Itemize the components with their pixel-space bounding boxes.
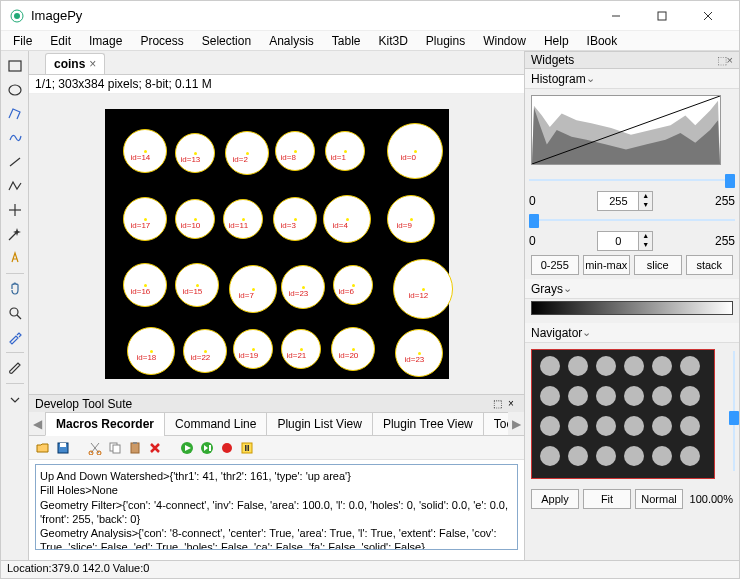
polygon-tool[interactable] bbox=[4, 103, 26, 125]
menu-edit[interactable]: Edit bbox=[42, 32, 79, 50]
coin-label: id=13 bbox=[181, 155, 201, 164]
image-canvas[interactable]: id=14id=13id=2id=8id=1id=0id=17id=10id=1… bbox=[105, 109, 449, 379]
delete-icon[interactable] bbox=[147, 440, 163, 456]
dev-panel-title: Develop Tool Sute bbox=[35, 397, 132, 411]
tab-label: coins bbox=[54, 57, 85, 71]
spin-up-icon[interactable]: ▲ bbox=[639, 232, 652, 241]
coin-label: id=22 bbox=[191, 353, 211, 362]
cut-icon[interactable] bbox=[87, 440, 103, 456]
histogram-header[interactable]: Histogram ⌄ bbox=[525, 69, 739, 89]
dev-tab[interactable]: Plugin Tree View bbox=[372, 412, 484, 436]
slider-min-2: 0 bbox=[529, 234, 536, 248]
hist-button-slice[interactable]: slice bbox=[634, 255, 682, 275]
title-bar: ImagePy bbox=[1, 1, 739, 31]
navigator-label: Navigator bbox=[531, 326, 582, 340]
close-tab-icon[interactable]: × bbox=[89, 57, 96, 71]
step-icon[interactable] bbox=[199, 440, 215, 456]
maximize-button[interactable] bbox=[639, 1, 685, 31]
run-icon[interactable] bbox=[179, 440, 195, 456]
menu-file[interactable]: File bbox=[5, 32, 40, 50]
copy-icon[interactable] bbox=[107, 440, 123, 456]
brush-tool[interactable] bbox=[4, 357, 26, 379]
coin-label: id=16 bbox=[131, 287, 151, 296]
fit-button[interactable]: Fit bbox=[583, 489, 631, 509]
hist-button-0255[interactable]: 0-255 bbox=[531, 255, 579, 275]
zoom-tool[interactable] bbox=[4, 302, 26, 324]
minimize-button[interactable] bbox=[593, 1, 639, 31]
multiline-tool[interactable] bbox=[4, 175, 26, 197]
pin-icon[interactable]: ⬚ bbox=[717, 54, 727, 67]
colormap-header[interactable]: Grays ⌄ bbox=[525, 279, 739, 299]
colormap-bar[interactable] bbox=[531, 301, 733, 315]
expand-tool[interactable] bbox=[4, 388, 26, 410]
menu-kit3d[interactable]: Kit3D bbox=[371, 32, 416, 50]
high-value-input[interactable]: ▲▼ bbox=[597, 191, 653, 211]
nav-zoom-slider[interactable] bbox=[727, 351, 739, 471]
pause-icon[interactable] bbox=[239, 440, 255, 456]
record-icon[interactable] bbox=[219, 440, 235, 456]
rect-select-tool[interactable] bbox=[4, 55, 26, 77]
close-icon[interactable]: × bbox=[727, 54, 733, 66]
dev-tab[interactable]: Plugin List View bbox=[266, 412, 373, 436]
svg-point-12 bbox=[10, 308, 18, 316]
menu-analysis[interactable]: Analysis bbox=[261, 32, 322, 50]
spin-up-icon[interactable]: ▲ bbox=[639, 192, 652, 201]
dev-tab[interactable]: Macros Recorder bbox=[45, 412, 165, 436]
hist-button-minmax[interactable]: min-max bbox=[583, 255, 631, 275]
menu-help[interactable]: Help bbox=[536, 32, 577, 50]
tab-coins[interactable]: coins × bbox=[45, 53, 105, 74]
normal-button[interactable]: Normal bbox=[635, 489, 683, 509]
coin-label: id=23 bbox=[405, 355, 425, 364]
text-tool[interactable] bbox=[4, 247, 26, 269]
scroll-right-icon[interactable]: ▶ bbox=[508, 417, 524, 431]
menu-plugins[interactable]: Plugins bbox=[418, 32, 473, 50]
navigator-header[interactable]: Navigator ⌄ bbox=[525, 323, 739, 343]
menu-selection[interactable]: Selection bbox=[194, 32, 259, 50]
scroll-left-icon[interactable]: ◀ bbox=[29, 417, 45, 431]
coin-label: id=1 bbox=[331, 153, 346, 162]
oval-select-tool[interactable] bbox=[4, 79, 26, 101]
dev-tab[interactable]: Tool Tre bbox=[483, 412, 508, 436]
image-tabs: coins × bbox=[29, 51, 524, 75]
spin-down-icon[interactable]: ▼ bbox=[639, 241, 652, 250]
zoom-label: 100.00% bbox=[687, 493, 733, 505]
menu-image[interactable]: Image bbox=[81, 32, 130, 50]
dev-tab[interactable]: Command Line bbox=[164, 412, 267, 436]
wand-tool[interactable] bbox=[4, 223, 26, 245]
macros-toolbar bbox=[29, 436, 524, 460]
paste-icon[interactable] bbox=[127, 440, 143, 456]
low-value-input[interactable]: ▲▼ bbox=[597, 231, 653, 251]
histogram-chart bbox=[531, 95, 721, 165]
hist-button-stack[interactable]: stack bbox=[686, 255, 734, 275]
point-tool[interactable] bbox=[4, 199, 26, 221]
image-info-bar: 1/1; 303x384 pixels; 8-bit; 0.11 M bbox=[29, 75, 524, 94]
colormap-label: Grays bbox=[531, 282, 563, 296]
svg-point-1 bbox=[14, 13, 20, 19]
toolbar-separator-2 bbox=[6, 352, 24, 353]
coin-label: id=9 bbox=[397, 221, 412, 230]
slider-max: 255 bbox=[715, 194, 735, 208]
menu-table[interactable]: Table bbox=[324, 32, 369, 50]
app-logo-icon bbox=[9, 8, 25, 24]
menu-window[interactable]: Window bbox=[475, 32, 534, 50]
save-icon[interactable] bbox=[55, 440, 71, 456]
pin-icon[interactable]: ⬚ bbox=[490, 398, 504, 409]
coin-label: id=23 bbox=[289, 289, 309, 298]
menu-process[interactable]: Process bbox=[132, 32, 191, 50]
close-button[interactable] bbox=[685, 1, 731, 31]
hand-tool[interactable] bbox=[4, 278, 26, 300]
spin-down-icon[interactable]: ▼ bbox=[639, 201, 652, 210]
freehand-tool[interactable] bbox=[4, 127, 26, 149]
menu-ibook[interactable]: IBook bbox=[579, 32, 626, 50]
svg-point-7 bbox=[9, 85, 21, 95]
open-icon[interactable] bbox=[35, 440, 51, 456]
picker-tool[interactable] bbox=[4, 326, 26, 348]
high-slider[interactable] bbox=[529, 173, 735, 189]
low-slider[interactable] bbox=[529, 213, 735, 229]
close-panel-icon[interactable]: × bbox=[504, 398, 518, 409]
macros-text-area[interactable]: Up And Down Watershed>{'thr1': 41, 'thr2… bbox=[35, 464, 518, 550]
navigator-thumbnail[interactable] bbox=[531, 349, 715, 479]
apply-button[interactable]: Apply bbox=[531, 489, 579, 509]
coin-label: id=6 bbox=[339, 287, 354, 296]
line-tool[interactable] bbox=[4, 151, 26, 173]
